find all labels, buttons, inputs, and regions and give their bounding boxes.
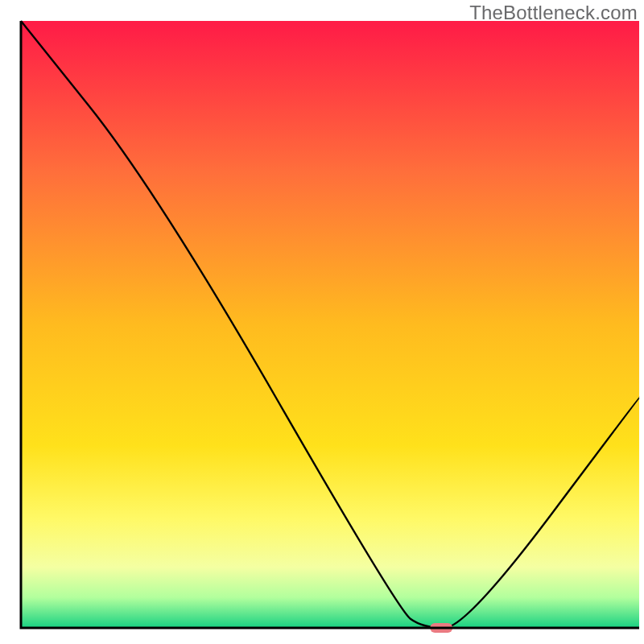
plot-background (21, 21, 639, 628)
watermark-text: TheBottleneck.com (469, 2, 638, 24)
bottleneck-chart (0, 0, 644, 644)
chart-container: TheBottleneck.com (0, 0, 644, 644)
